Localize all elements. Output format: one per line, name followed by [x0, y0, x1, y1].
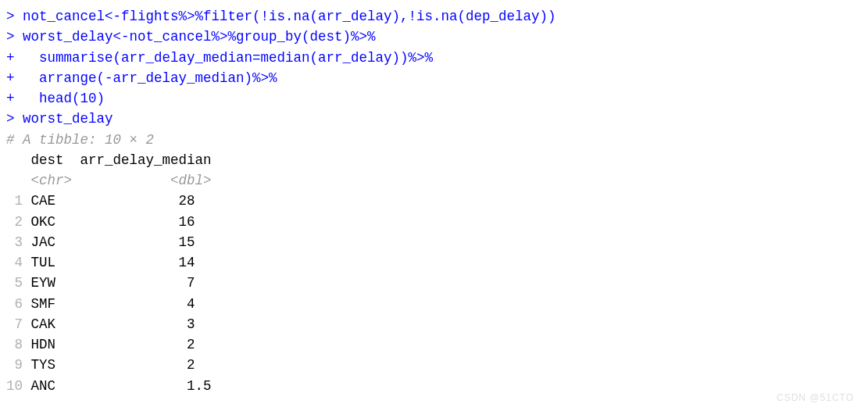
row-number: 5 — [6, 273, 23, 293]
tibble-header: # A tibble: 10 × 2 — [6, 130, 862, 150]
table-row: 8 HDN 2 — [6, 334, 862, 355]
table-row: 3 JAC 15 — [6, 232, 862, 252]
row-number: 6 — [6, 294, 23, 314]
row-number: 3 — [6, 232, 23, 252]
row-cells: TUL 14 — [23, 255, 212, 270]
row-number: 1 — [6, 191, 23, 211]
row-number: 8 — [6, 334, 23, 355]
table-row: 5 EYW 7 — [6, 273, 862, 293]
code-line-5: + head(10) — [6, 88, 862, 109]
table-row: 10 ANC 1.5 — [6, 376, 862, 396]
row-cells: CAK 3 — [23, 316, 212, 332]
row-number: 7 — [6, 314, 23, 334]
row-number: 4 — [6, 252, 23, 273]
column-types: <chr> <dbl> — [6, 170, 862, 191]
row-cells: JAC 15 — [23, 234, 212, 250]
code-line-2: > worst_delay<-not_cancel%>%group_by(des… — [6, 27, 862, 47]
code-line-4: + arrange(-arr_delay_median)%>% — [6, 68, 862, 88]
row-number: 2 — [6, 212, 23, 232]
table-row: 9 TYS 2 — [6, 355, 862, 375]
row-cells: HDN 2 — [23, 337, 212, 352]
table-row: 6 SMF 4 — [6, 294, 862, 314]
code-line-3: + summarise(arr_delay_median=median(arr_… — [6, 48, 862, 68]
code-line-6: > worst_delay — [6, 109, 862, 129]
column-headers: dest arr_delay_median — [6, 150, 862, 170]
table-row: 7 CAK 3 — [6, 314, 862, 334]
row-number: 10 — [6, 376, 23, 396]
table-row: 2 OKC 16 — [6, 212, 862, 232]
row-number: 9 — [6, 355, 23, 375]
row-cells: TYS 2 — [23, 357, 212, 373]
row-cells: ANC 1.5 — [23, 378, 212, 394]
row-cells: EYW 7 — [23, 275, 212, 291]
table-row: 1 CAE 28 — [6, 191, 862, 211]
row-cells: SMF 4 — [23, 296, 212, 312]
code-line-1: > not_cancel<-flights%>%filter(!is.na(ar… — [6, 6, 862, 27]
watermark: CSDN @51CTO — [777, 391, 854, 402]
table-row: 4 TUL 14 — [6, 252, 862, 273]
row-cells: OKC 16 — [23, 214, 212, 230]
row-cells: CAE 28 — [23, 193, 212, 209]
r-console[interactable]: > not_cancel<-flights%>%filter(!is.na(ar… — [6, 6, 862, 396]
